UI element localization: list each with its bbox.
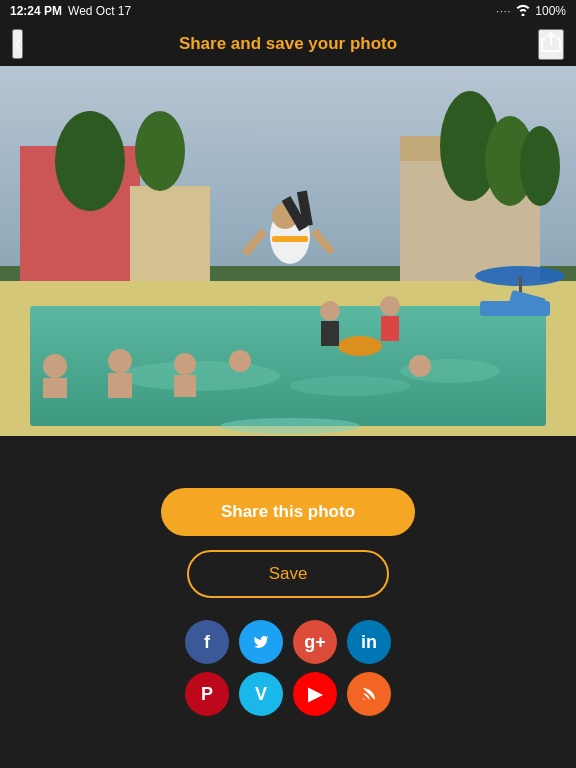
- svg-rect-29: [272, 236, 308, 242]
- svg-rect-40: [381, 316, 399, 341]
- svg-point-15: [290, 376, 410, 396]
- facebook-icon[interactable]: f: [185, 620, 229, 664]
- nav-title: Share and save your photo: [179, 34, 397, 54]
- svg-point-42: [363, 699, 365, 701]
- social-row-1: f g+ in: [185, 620, 391, 664]
- svg-point-21: [174, 353, 196, 375]
- signal-dots-icon: ····: [496, 6, 511, 17]
- svg-point-36: [338, 336, 382, 356]
- bottom-area: Share this photo Save f g+ in P V ▶: [0, 436, 576, 768]
- status-time: 12:24 PM: [10, 4, 62, 18]
- back-button[interactable]: ‹: [12, 29, 23, 59]
- svg-point-23: [229, 350, 251, 372]
- status-left: 12:24 PM Wed Oct 17: [10, 4, 131, 18]
- svg-rect-4: [130, 186, 210, 286]
- svg-point-11: [520, 126, 560, 206]
- svg-point-41: [220, 418, 360, 434]
- social-icons-container: f g+ in P V ▶: [185, 620, 391, 716]
- pool-scene-image: [0, 66, 576, 436]
- svg-rect-20: [108, 373, 132, 398]
- wifi-icon: [515, 4, 531, 19]
- svg-point-7: [55, 111, 125, 211]
- save-button[interactable]: Save: [187, 550, 390, 598]
- vimeo-icon[interactable]: V: [239, 672, 283, 716]
- pinterest-icon[interactable]: P: [185, 672, 229, 716]
- youtube-icon[interactable]: ▶: [293, 672, 337, 716]
- status-date: Wed Oct 17: [68, 4, 131, 18]
- social-row-2: P V ▶: [185, 672, 391, 716]
- share-photo-button[interactable]: Share this photo: [161, 488, 415, 536]
- svg-rect-18: [43, 378, 67, 398]
- twitter-icon[interactable]: [239, 620, 283, 664]
- back-chevron-icon: ‹: [14, 31, 21, 57]
- google-plus-icon[interactable]: g+: [293, 620, 337, 664]
- svg-point-24: [409, 355, 431, 377]
- svg-point-8: [135, 111, 185, 191]
- rss-icon[interactable]: [347, 672, 391, 716]
- photo-area: [0, 66, 576, 436]
- svg-point-19: [108, 349, 132, 373]
- svg-point-39: [380, 296, 400, 316]
- svg-point-37: [320, 301, 340, 321]
- nav-bar: ‹ Share and save your photo: [0, 22, 576, 66]
- svg-rect-22: [174, 375, 196, 397]
- share-button[interactable]: [538, 29, 564, 60]
- battery-percentage: 100%: [535, 4, 566, 18]
- status-right: ···· 100%: [496, 4, 566, 19]
- svg-rect-38: [321, 321, 339, 346]
- svg-point-17: [43, 354, 67, 378]
- svg-point-14: [120, 361, 280, 391]
- linkedin-icon[interactable]: in: [347, 620, 391, 664]
- status-bar: 12:24 PM Wed Oct 17 ···· 100%: [0, 0, 576, 22]
